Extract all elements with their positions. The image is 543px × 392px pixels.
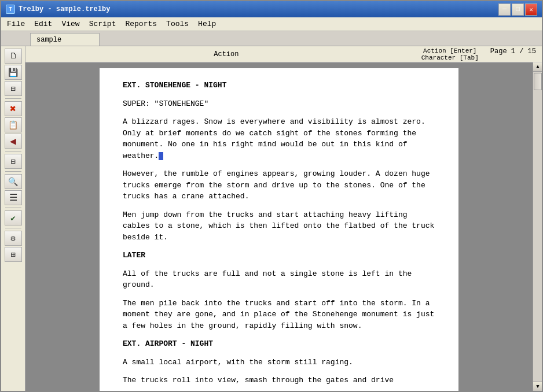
later-heading: LATER xyxy=(123,250,435,261)
action-trucks-roll: The trucks roll into view, smash through… xyxy=(123,375,435,386)
title-bar-left: T Trelby - sample.trelby xyxy=(6,5,110,14)
action-hint: Action [Enter] Character [Tab] xyxy=(421,47,479,61)
scene-heading-1: EXT. STONEHENGE - NIGHT xyxy=(123,80,435,91)
minimize-button[interactable]: ─ xyxy=(498,3,511,16)
maximize-button[interactable]: □ xyxy=(512,3,524,16)
page-indicator: Page 1 / 15 xyxy=(490,47,536,61)
menu-reports[interactable]: Reports xyxy=(120,17,162,31)
menu-script[interactable]: Script xyxy=(85,17,121,31)
text-cursor xyxy=(159,152,163,160)
script-page: EXT. STONEHENGE - NIGHT SUPER: "STONEHEN… xyxy=(100,68,458,391)
menu-file[interactable]: File xyxy=(2,17,30,31)
main-window: T Trelby - sample.trelby ─ □ ✕ File Edit… xyxy=(0,0,543,392)
tab-bar: sample xyxy=(1,31,542,46)
window-title: Trelby - sample.trelby xyxy=(19,5,110,13)
copy-button[interactable]: ⊟ xyxy=(5,154,22,169)
action-hint-line2: Character [Tab] xyxy=(421,54,479,61)
toolbar-separator-4 xyxy=(5,208,21,208)
toolbar-separator-5 xyxy=(5,228,21,228)
menu-view[interactable]: View xyxy=(57,17,84,31)
list-button[interactable]: ☰ xyxy=(5,190,22,205)
bookmark-button[interactable]: ◀ xyxy=(5,134,22,149)
new-button[interactable]: 🗋 xyxy=(5,49,22,64)
delete-button[interactable]: ✖ xyxy=(5,101,22,116)
content-area: Action Action [Enter] Character [Tab] Pa… xyxy=(25,46,542,391)
action-pile-back: The men pile back into the trucks and st… xyxy=(123,298,435,332)
scene-heading-2: EXT. AIRPORT - NIGHT xyxy=(123,338,435,350)
action-blizzard: A blizzard rages. Snow is everywhere and… xyxy=(123,116,435,161)
action-super: SUPER: "STONEHENGE" xyxy=(123,98,435,110)
scroll-down-button[interactable]: ▼ xyxy=(533,382,542,391)
menu-help[interactable]: Help xyxy=(193,17,221,31)
toolbar-separator-1 xyxy=(5,98,21,99)
scroll-thumb[interactable] xyxy=(534,73,542,90)
check-button[interactable]: ✔ xyxy=(5,210,22,225)
settings-button[interactable]: ⚙ xyxy=(5,231,22,246)
header-right: Action [Enter] Character [Tab] Page 1 / … xyxy=(421,47,536,61)
action-airport: A small local airport, with the storm st… xyxy=(123,357,435,368)
close-button[interactable]: ✕ xyxy=(525,3,537,16)
print-button[interactable]: ⊟ xyxy=(5,81,22,96)
scroll-track-body xyxy=(533,91,542,382)
save-button[interactable]: 💾 xyxy=(5,65,22,80)
search-button[interactable]: 🔍 xyxy=(5,174,22,189)
current-element-type: Action xyxy=(31,50,421,58)
menu-tools[interactable]: Tools xyxy=(162,17,193,31)
toolbar: 🗋 💾 ⊟ ✖ 📋 ◀ ⊟ 🔍 ☰ ✔ ⚙ ⊞ xyxy=(1,46,25,391)
menu-bar: File Edit View Script Reports Tools Help xyxy=(1,17,542,31)
script-button[interactable]: 📋 xyxy=(5,117,22,132)
main-area: 🗋 💾 ⊟ ✖ 📋 ◀ ⊟ 🔍 ☰ ✔ ⚙ ⊞ Action xyxy=(1,46,542,391)
header-bar: Action Action [Enter] Character [Tab] Pa… xyxy=(25,46,542,62)
tab-label: sample xyxy=(36,36,61,44)
action-rumble: However, the rumble of engines appears, … xyxy=(123,168,435,202)
toolbar-separator-3 xyxy=(5,171,21,172)
scroll-up-button[interactable]: ▲ xyxy=(533,62,542,72)
title-controls: ─ □ ✕ xyxy=(498,3,537,16)
app-icon: T xyxy=(6,5,15,14)
tab-sample[interactable]: sample xyxy=(30,33,100,46)
action-hint-line1: Action [Enter] xyxy=(421,47,479,54)
title-bar: T Trelby - sample.trelby ─ □ ✕ xyxy=(1,1,542,17)
action-men: Men jump down from the trucks and start … xyxy=(123,209,435,243)
scrollbar: ▲ ▼ xyxy=(533,62,542,391)
action-trucks-full: All of the trucks are full and not a sin… xyxy=(123,268,435,291)
script-area[interactable]: EXT. STONEHENGE - NIGHT SUPER: "STONEHEN… xyxy=(25,62,533,391)
grid-button[interactable]: ⊞ xyxy=(5,247,22,262)
menu-edit[interactable]: Edit xyxy=(30,17,57,31)
toolbar-separator-2 xyxy=(5,151,21,151)
